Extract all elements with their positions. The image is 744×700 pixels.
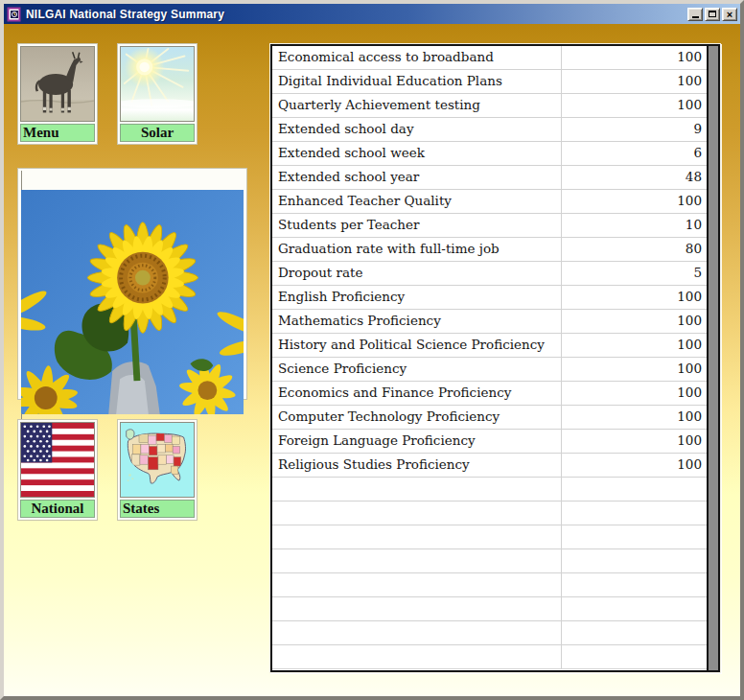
summary-grid-inner: Economical access to broadband100Digital…	[270, 44, 720, 672]
table-row[interactable]: Extended school day9	[272, 118, 707, 142]
metric-value-cell: 6	[562, 142, 707, 165]
metric-label-cell	[272, 573, 562, 596]
metric-value-cell	[562, 502, 707, 525]
metric-value-cell	[562, 621, 707, 644]
table-row[interactable]	[272, 621, 707, 645]
metric-value-cell: 10	[562, 214, 707, 237]
close-button[interactable]: ×	[722, 8, 737, 21]
metric-label-cell: Extended school week	[272, 142, 562, 165]
table-row[interactable]: History and Political Science Proficienc…	[272, 334, 707, 358]
metric-value-cell	[562, 645, 707, 668]
grid-rows: Economical access to broadband100Digital…	[272, 46, 707, 670]
metric-value-cell	[562, 478, 707, 501]
sun-sky-image	[120, 46, 195, 122]
maximize-button[interactable]	[705, 8, 720, 21]
minimize-button[interactable]	[687, 8, 703, 21]
metric-value-cell	[562, 525, 707, 548]
window-title: NILGAI National Strategy Summary	[26, 8, 224, 21]
states-button-label: States	[120, 500, 195, 518]
metric-label-cell	[272, 597, 562, 620]
metric-value-cell: 100	[562, 46, 707, 69]
metric-label-cell: Digital Individual Education Plans	[272, 70, 562, 93]
table-row[interactable]: Students per Teacher10	[272, 214, 707, 238]
table-row[interactable]: Religious Studies Proficiency100	[272, 454, 707, 478]
metric-label-cell	[272, 645, 562, 668]
table-row[interactable]: English Proficiency100	[272, 286, 707, 310]
table-row[interactable]	[272, 525, 707, 549]
metric-value-cell: 100	[562, 190, 707, 213]
metric-value-cell: 100	[562, 454, 707, 477]
metric-value-cell: 100	[562, 310, 707, 333]
metric-label-cell: Extended school year	[272, 166, 562, 189]
metric-value-cell: 100	[562, 334, 707, 357]
table-row[interactable]: Dropout rate5	[272, 262, 707, 286]
metric-label-cell: Foreign Language Proficiency	[272, 430, 562, 453]
app-icon	[7, 7, 22, 22]
solar-button-label: Solar	[120, 124, 195, 142]
metric-label-cell: Extended school day	[272, 118, 562, 141]
sunflower-picture	[17, 168, 247, 400]
metric-value-cell: 100	[562, 358, 707, 381]
metric-label-cell: Mathematics Proficiency	[272, 310, 562, 333]
metric-value-cell: 100	[562, 286, 707, 309]
us-flag-image	[20, 422, 95, 498]
table-row[interactable]	[272, 549, 707, 573]
metric-label-cell	[272, 621, 562, 644]
window-controls: ×	[687, 8, 737, 21]
table-row[interactable]: Enhanced Teacher Quality100	[272, 190, 707, 214]
metric-label-cell	[272, 525, 562, 548]
table-row[interactable]	[272, 478, 707, 502]
client-area: Menu	[4, 24, 740, 696]
metric-value-cell	[562, 597, 707, 620]
metric-value-cell: 100	[562, 406, 707, 429]
metric-value-cell: 100	[562, 430, 707, 453]
menu-button-label: Menu	[20, 124, 95, 142]
table-row[interactable]: Computer Technology Proficiency100	[272, 406, 707, 430]
table-row[interactable]: Mathematics Proficiency100	[272, 310, 707, 334]
table-row[interactable]: Graduation rate with full-time job80	[272, 238, 707, 262]
table-row[interactable]: Economics and Finance Proficiency100	[272, 382, 707, 406]
table-row[interactable]: Quarterly Achievement testing100	[272, 94, 707, 118]
grid-filler-strip	[707, 46, 718, 670]
table-row[interactable]	[272, 573, 707, 597]
us-states-map-image	[120, 422, 195, 498]
metric-label-cell	[272, 502, 562, 525]
metric-value-cell: 5	[562, 262, 707, 285]
metric-label-cell: Dropout rate	[272, 262, 562, 285]
metric-label-cell	[272, 549, 562, 572]
metric-value-cell: 80	[562, 238, 707, 261]
metric-label-cell: Science Proficiency	[272, 358, 562, 381]
table-row[interactable]: Extended school year48	[272, 166, 707, 190]
metric-label-cell	[272, 478, 562, 501]
table-row[interactable]	[272, 597, 707, 621]
metric-label-cell: English Proficiency	[272, 286, 562, 309]
national-button[interactable]: National	[17, 419, 98, 521]
metric-label-cell: Quarterly Achievement testing	[272, 94, 562, 117]
table-row[interactable]: Science Proficiency100	[272, 358, 707, 382]
table-row[interactable]: Extended school week6	[272, 142, 707, 166]
menu-button[interactable]: Menu	[17, 43, 98, 145]
metric-label-cell: Enhanced Teacher Quality	[272, 190, 562, 213]
metric-value-cell: 48	[562, 166, 707, 189]
solar-button[interactable]: Solar	[117, 43, 198, 145]
table-row[interactable]: Digital Individual Education Plans100	[272, 70, 707, 94]
metric-label-cell: Graduation rate with full-time job	[272, 238, 562, 261]
national-button-label: National	[20, 500, 95, 518]
metric-label-cell: Computer Technology Proficiency	[272, 406, 562, 429]
table-row[interactable]	[272, 645, 707, 669]
states-button[interactable]: States	[117, 419, 198, 521]
minimize-icon	[692, 16, 699, 18]
maximize-icon	[709, 11, 716, 17]
table-row[interactable]	[272, 502, 707, 525]
metric-label-cell: Economics and Finance Proficiency	[272, 382, 562, 405]
metric-value-cell: 100	[562, 94, 707, 117]
nilgai-image	[20, 46, 95, 122]
sunflowers-image	[21, 171, 244, 433]
table-row[interactable]: Economical access to broadband100	[272, 46, 707, 70]
metric-label-cell: Economical access to broadband	[272, 46, 562, 69]
metric-label-cell: Religious Studies Proficiency	[272, 454, 562, 477]
table-row[interactable]: Foreign Language Proficiency100	[272, 430, 707, 454]
summary-grid: Economical access to broadband100Digital…	[269, 43, 721, 673]
metric-value-cell: 100	[562, 70, 707, 93]
app-window: NILGAI National Strategy Summary ×	[0, 0, 744, 700]
